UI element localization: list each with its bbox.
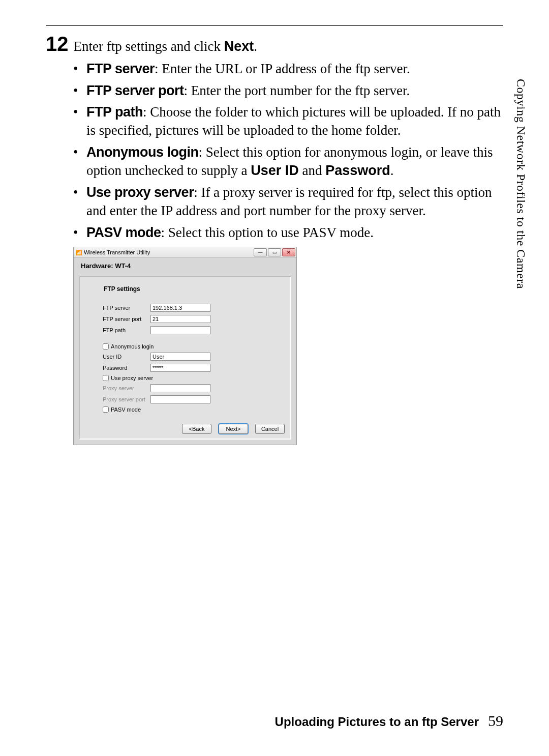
input-ftp-server[interactable] bbox=[150, 304, 210, 312]
desc: : Enter the URL or IP address of the ftp… bbox=[155, 61, 410, 76]
label-anonymous: Anonymous login bbox=[111, 343, 154, 350]
label-pasv: PASV mode bbox=[111, 406, 141, 413]
row-anonymous: Anonymous login bbox=[103, 343, 284, 350]
titlebar: 📶 Wireless Transmitter Utility — ▭ ✕ bbox=[74, 247, 296, 258]
label-user-id: User ID bbox=[103, 354, 150, 360]
term: FTP path bbox=[86, 104, 143, 120]
bold-password: Password bbox=[325, 163, 390, 178]
maximize-button[interactable]: ▭ bbox=[268, 248, 281, 256]
row-proxy-server: Proxy server bbox=[103, 384, 284, 392]
desc: : Enter the port number for the ftp serv… bbox=[184, 83, 410, 98]
row-user-id: User ID bbox=[103, 353, 284, 361]
desc-post: . bbox=[390, 163, 394, 178]
input-user-id[interactable] bbox=[150, 353, 210, 361]
settings-panel: FTP settings FTP server FTP server port … bbox=[79, 276, 291, 440]
label-ftp-port: FTP server port bbox=[103, 316, 150, 322]
step-intro: Enter ftp settings and click Next. bbox=[74, 38, 257, 55]
titlebar-left: 📶 Wireless Transmitter Utility bbox=[76, 249, 150, 255]
step-row: 12 Enter ftp settings and click Next. bbox=[46, 34, 503, 55]
term: FTP server port bbox=[86, 83, 184, 98]
cancel-button[interactable]: Cancel bbox=[255, 424, 285, 434]
bullet-pasv: PASV mode: Select this option to use PAS… bbox=[73, 223, 503, 242]
bullet-ftp-server: FTP server: Enter the URL or IP address … bbox=[73, 60, 503, 78]
step-intro-post: . bbox=[254, 39, 257, 54]
titlebar-title: Wireless Transmitter Utility bbox=[84, 249, 150, 255]
desc: : Choose the folder to which pictures wi… bbox=[86, 104, 501, 138]
checkbox-use-proxy[interactable] bbox=[103, 375, 109, 381]
label-use-proxy: Use proxy server bbox=[111, 375, 153, 381]
row-ftp-server: FTP server bbox=[103, 304, 284, 312]
input-proxy-server[interactable] bbox=[150, 384, 210, 392]
desc: : Select this option to use PASV mode. bbox=[161, 225, 374, 240]
label-ftp-server: FTP server bbox=[103, 305, 150, 311]
back-button[interactable]: <Back bbox=[182, 424, 211, 434]
input-ftp-port[interactable] bbox=[150, 315, 210, 323]
term: Use proxy server bbox=[86, 185, 194, 200]
label-proxy-server: Proxy server bbox=[103, 385, 150, 391]
footer: Uploading Pictures to an ftp Server 59 bbox=[275, 712, 503, 730]
side-chapter-text: Copying Network Profiles to the Camera bbox=[514, 79, 528, 289]
bullet-proxy: Use proxy server: If a proxy server is r… bbox=[73, 183, 503, 220]
input-ftp-path[interactable] bbox=[150, 326, 210, 334]
row-proxy-port: Proxy server port bbox=[103, 395, 284, 403]
window-controls: — ▭ ✕ bbox=[254, 248, 295, 256]
row-ftp-port: FTP server port bbox=[103, 315, 284, 323]
next-button[interactable]: Next> bbox=[219, 424, 248, 434]
bullet-list: FTP server: Enter the URL or IP address … bbox=[73, 60, 503, 242]
row-use-proxy: Use proxy server bbox=[103, 375, 284, 381]
label-password: Password bbox=[103, 365, 150, 371]
step-number: 12 bbox=[46, 34, 69, 54]
dialog-buttons: <Back Next> Cancel bbox=[182, 424, 285, 434]
checkbox-anonymous[interactable] bbox=[103, 343, 109, 350]
term: PASV mode bbox=[86, 225, 161, 240]
app-icon: 📶 bbox=[76, 249, 82, 255]
term: FTP server bbox=[86, 61, 155, 76]
input-password[interactable] bbox=[150, 364, 210, 372]
top-rule bbox=[46, 25, 503, 26]
label-proxy-port: Proxy server port bbox=[103, 396, 150, 402]
page-number: 59 bbox=[488, 712, 503, 729]
bullet-anonymous: Anonymous login: Select this option for … bbox=[73, 143, 503, 180]
input-proxy-port[interactable] bbox=[150, 395, 210, 403]
checkbox-pasv[interactable] bbox=[103, 406, 109, 413]
close-button[interactable]: ✕ bbox=[282, 248, 295, 256]
step-intro-bold: Next bbox=[224, 39, 254, 54]
step-intro-pre: Enter ftp settings and click bbox=[74, 39, 224, 54]
bullet-ftp-path: FTP path: Choose the folder to which pic… bbox=[73, 103, 503, 140]
bullet-ftp-port: FTP server port: Enter the port number f… bbox=[73, 81, 503, 100]
footer-section: Uploading Pictures to an ftp Server bbox=[275, 715, 479, 729]
row-ftp-path: FTP path bbox=[103, 326, 284, 334]
minimize-button[interactable]: — bbox=[254, 248, 267, 256]
desc-mid: and bbox=[299, 163, 325, 178]
dialog-body: Hardware: WT-4 FTP settings FTP server F… bbox=[74, 258, 296, 445]
bold-userid: User ID bbox=[251, 163, 299, 178]
row-password: Password bbox=[103, 364, 284, 372]
hardware-line: Hardware: WT-4 bbox=[81, 262, 291, 270]
wizard-dialog: 📶 Wireless Transmitter Utility — ▭ ✕ Har… bbox=[73, 247, 297, 445]
panel-title: FTP settings bbox=[104, 285, 284, 293]
term: Anonymous login bbox=[86, 144, 198, 160]
row-pasv: PASV mode bbox=[103, 406, 284, 413]
page: Copying Network Profiles to the Camera 1… bbox=[0, 0, 549, 756]
label-ftp-path: FTP path bbox=[103, 327, 150, 333]
